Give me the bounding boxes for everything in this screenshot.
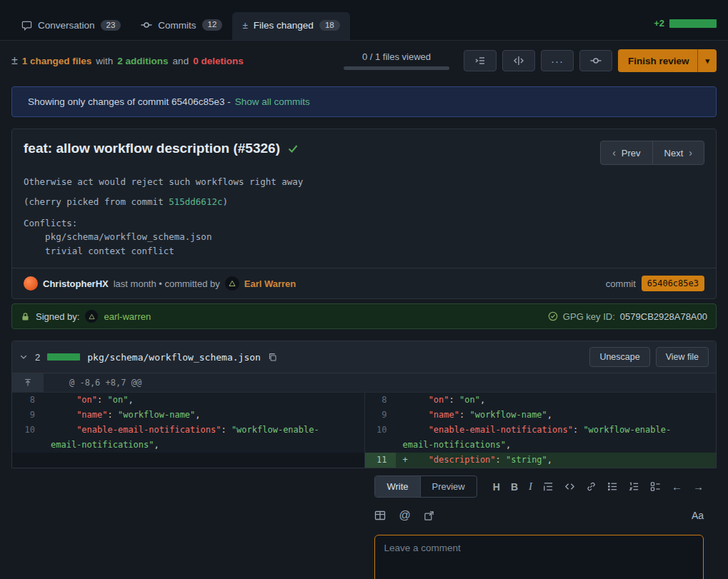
pull-request-files-page: Conversation 23 Commits 12 ± Files chang… [0,0,728,579]
mention-icon[interactable]: @ [399,509,410,522]
old-line-number[interactable]: 10 [12,423,44,453]
comment-textarea[interactable] [374,535,704,579]
toolbar-controls: 0 / 1 files viewed ··· Finish review ▾ [344,49,717,72]
next-label: Next [664,148,684,158]
commit-sha-group: commit 65406c85e3 [606,276,704,291]
diff-stat-bar [669,19,717,28]
gpg-key-group: GPG key ID: 0579CB2928A78A00 [548,311,707,322]
deletions-text: 0 deletions [193,56,244,66]
additions-text: 2 additions [117,56,168,66]
commit-body-line: (cherry picked from commit 515dd6612c) [24,196,704,207]
old-code-line: "name": "workflow-name", [44,408,364,423]
chevron-left-icon: ‹ [612,147,616,158]
old-line-number-empty [12,453,44,468]
summary-text: and [173,56,189,66]
commit-word-label: commit [606,278,636,289]
commit-body-line: Otherwise act would reject such workflow… [24,176,704,187]
expand-hunk-button[interactable] [12,373,44,392]
editor-toolbar-secondary: @ Aa [374,509,704,522]
tab-write[interactable]: Write [375,476,420,497]
bold-icon[interactable]: B [511,481,518,493]
show-all-commits-link[interactable]: Show all commits [235,96,310,107]
tab-files-changed[interactable]: ± Files changed 18 [232,12,349,41]
table-icon[interactable] [374,510,386,521]
new-line-number[interactable]: 8 [364,393,396,408]
commit-nav-buttons: ‹ Prev Next › [600,141,704,165]
hunk-header-row: @ -8,6 +8,7 @@ [12,373,716,393]
tab-conversation[interactable]: Conversation 23 [11,12,131,41]
heading-icon[interactable]: H [493,481,500,493]
link-icon[interactable] [586,481,597,492]
editor-tabs-row: Write Preview H B I [374,475,704,498]
signed-by-row: Signed by: earl-warren GPG key ID: 0579C… [11,303,717,329]
split-diff-table: 8 "on": "on", 8 "on": "on", 9 "name": "w… [12,393,716,468]
task-list-icon[interactable] [650,481,661,492]
file-tree-toggle-button[interactable] [464,50,497,71]
tab-preview[interactable]: Preview [421,476,477,497]
new-line-number[interactable]: 10 [364,423,396,453]
italic-icon[interactable]: I [529,480,532,493]
cherry-pick-hash-link[interactable]: 515dd6612c [169,196,222,207]
new-line-number[interactable]: 9 [364,408,396,423]
lock-icon [21,312,30,321]
commit-select-button[interactable] [579,50,612,71]
diff-icon: ± [11,54,18,67]
chevron-right-icon: › [689,147,692,158]
split-view-toggle-button[interactable] [502,50,535,71]
numbered-list-icon[interactable] [629,481,639,492]
undo-icon[interactable]: ← [672,480,682,493]
old-code-line: "on": "on", [44,393,364,408]
prev-commit-button[interactable]: ‹ Prev [600,141,652,165]
bullet-list-icon[interactable] [607,481,618,492]
old-line-number[interactable]: 9 [12,408,44,423]
prev-label: Prev [622,148,641,158]
new-code-line: "name": "workflow-name", [396,408,717,423]
summary-text: with [96,56,113,66]
pr-tab-bar: Conversation 23 Commits 12 ± Files chang… [0,0,728,41]
code-icon[interactable] [564,481,575,492]
author-avatar[interactable] [24,276,38,291]
view-file-button[interactable]: View file [656,347,709,367]
tab-label: Conversation [38,20,95,31]
font-size-toggle[interactable]: Aa [692,510,704,521]
cherry-pick-text: ) [222,196,228,207]
comment-icon [21,20,32,31]
commit-body-line: trivial context conflict [24,244,704,258]
tab-label: Files changed [254,20,314,31]
signer-avatar[interactable] [85,310,98,323]
old-line-number[interactable]: 8 [12,393,44,408]
quote-icon[interactable] [543,481,554,492]
commit-header: feat: allow workflow description (#5326)… [12,129,716,171]
signer-name-link[interactable]: earl-warren [104,311,151,322]
commit-sha-badge[interactable]: 65406c85e3 [642,276,704,291]
committer-name-link[interactable]: Earl Warren [244,278,296,289]
gpg-key-value: 0579CB2928A78A00 [620,311,707,322]
diff-file-panel: 2 pkg/schema/workflow_schema.json Unesca… [11,341,717,468]
changed-files-count: 1 changed files [22,56,92,66]
diff-icon: ± [242,20,247,31]
redo-icon[interactable]: → [693,480,704,493]
next-commit-button[interactable]: Next › [652,141,704,165]
copy-path-icon[interactable] [268,353,277,362]
below-diff-area: Write Preview H B I [0,468,728,579]
verified-check-icon [287,143,299,154]
commit-message-body: Otherwise act would reject such workflow… [12,171,716,268]
file-name-link[interactable]: pkg/schema/workflow_schema.json [87,352,261,363]
changed-files-summary: ± 1 changed files with 2 additions and 0… [11,54,244,67]
unescape-button[interactable]: Unescape [589,347,649,367]
committer-avatar[interactable] [225,276,239,291]
reference-icon[interactable] [424,510,434,521]
finish-review-button[interactable]: Finish review ▾ [618,49,717,72]
tab-commits[interactable]: Commits 12 [131,11,232,40]
inline-comment-editor: Write Preview H B I [356,468,728,579]
files-toolbar: ± 1 changed files with 2 additions and 0… [0,41,728,79]
author-name-link[interactable]: ChristopherHX [43,278,109,289]
more-options-button[interactable]: ··· [541,50,574,71]
collapse-file-chevron-icon[interactable] [19,353,28,361]
commit-body-line: Conflicts: [24,216,704,230]
new-line-number[interactable]: 11 [364,453,396,468]
finish-review-label: Finish review [628,56,689,66]
gpg-key-label: GPG key ID: [563,311,615,322]
below-diff-left-spacer [0,468,356,579]
commit-title: feat: allow workflow description (#5326) [24,141,299,156]
